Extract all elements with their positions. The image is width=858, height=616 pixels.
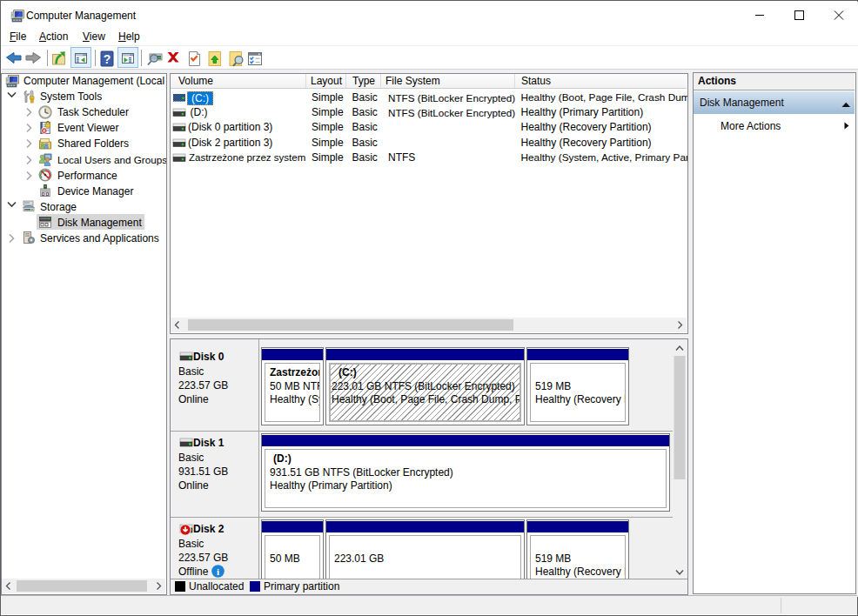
svg-text:i: i xyxy=(217,566,219,577)
svg-text:?: ? xyxy=(104,52,111,66)
